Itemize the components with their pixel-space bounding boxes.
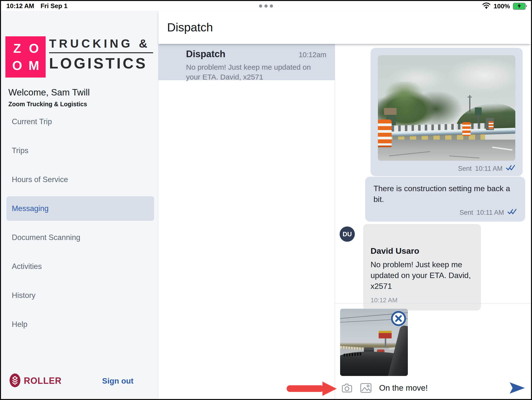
message-status-row: Sent 10:11 AM: [378, 165, 515, 173]
message-input[interactable]: [379, 383, 502, 393]
brand-line-2: LOGISTICS: [49, 55, 153, 72]
conversation-title: Dispatch: [186, 49, 225, 59]
conversation-item-dispatch[interactable]: Dispatch 10:12am No problem! Just keep m…: [158, 44, 335, 80]
status-left: 10:12 AM Fri Sep 1: [6, 2, 67, 10]
battery-charging-icon: [513, 3, 526, 10]
dot-icon: [265, 4, 268, 8]
photo-road: [378, 140, 515, 161]
received-message: DU David Usaro No problem! Just keep me …: [340, 224, 481, 310]
photo-sign: [384, 108, 396, 115]
nav-label: Trips: [12, 146, 28, 155]
nav-label: Help: [12, 320, 27, 329]
sidebar-item-history[interactable]: History: [6, 283, 154, 308]
nav-label: History: [12, 291, 35, 300]
sign-out-link[interactable]: Sign out: [102, 376, 133, 386]
sidebar-item-document-scanning[interactable]: Document Scanning: [6, 225, 154, 250]
welcome-text: Welcome, Sam Twill: [8, 87, 90, 98]
sidebar: Z O O M TRUCKING & LOGISTICS Welcome, Sa…: [1, 11, 158, 399]
message-status-row: Sent 10:11 AM: [373, 209, 517, 217]
logo-letter: Z: [13, 41, 21, 56]
camera-icon[interactable]: [341, 383, 353, 393]
roller-brand: ROLLER: [10, 373, 62, 388]
logo-letter: O: [29, 41, 39, 56]
status-bar: 10:12 AM Fri Sep 1 100%: [1, 1, 531, 11]
charging-bolt-icon: [517, 2, 521, 10]
remove-attachment-button[interactable]: [391, 311, 406, 326]
main-panel: Dispatch Dispatch 10:12am No problem! Ju…: [158, 11, 531, 399]
compose-divider: [335, 303, 531, 304]
nav-label: Hours of Service: [12, 175, 68, 184]
compose-bar: [341, 382, 526, 394]
status-right: 100%: [482, 2, 526, 11]
sidebar-item-messaging[interactable]: Messaging: [6, 196, 154, 221]
image-attach-icon[interactable]: [360, 383, 372, 393]
brand-line-1: TRUCKING &: [49, 37, 153, 50]
page-title: Dispatch: [167, 21, 213, 34]
battery-percent: 100%: [494, 2, 510, 10]
preview-billboard-pole: [385, 338, 386, 348]
photo-signpost: [478, 114, 479, 127]
sidebar-item-trips[interactable]: Trips: [6, 138, 154, 163]
nav-label: Document Scanning: [12, 233, 80, 242]
double-check-icon: [506, 165, 515, 173]
sender-name: David Usaro: [371, 246, 474, 256]
sidebar-item-hours-of-service[interactable]: Hours of Service: [6, 167, 154, 192]
sidebar-footer: ROLLER Sign out: [10, 373, 133, 388]
roller-icon: [10, 373, 20, 388]
construction-photo[interactable]: [378, 55, 515, 161]
message-text: No problem! Just keep me updated on your…: [371, 259, 474, 292]
annotation-arrow-head: [322, 382, 337, 396]
double-check-icon: [507, 209, 517, 217]
status-date: Fri Sep 1: [40, 2, 67, 10]
sent-label: Sent: [459, 209, 473, 216]
dot-icon: [270, 4, 273, 8]
status-time: 10:12 AM: [6, 2, 34, 10]
wifi-icon: [482, 2, 491, 11]
message-time: 10:12 AM: [371, 296, 474, 304]
conversation-time: 10:12am: [299, 51, 326, 59]
brand-divider: [49, 52, 153, 53]
dot-icon: [259, 4, 262, 8]
photo-barrel: [378, 120, 392, 147]
sent-label: Sent: [458, 165, 472, 173]
brand-wordmark: TRUCKING & LOGISTICS: [49, 36, 153, 72]
sidebar-item-help[interactable]: Help: [6, 312, 154, 337]
preview-billboard: [379, 331, 391, 338]
bubble-spacer: [371, 231, 474, 246]
app-frame: 10:12 AM Fri Sep 1 100% Z O: [0, 0, 532, 400]
photo-barrel: [462, 122, 471, 136]
zoom-logo-square: Z O O M: [5, 36, 46, 78]
received-bubble: David Usaro No problem! Just keep me upd…: [363, 224, 481, 310]
page-header: Dispatch: [158, 11, 531, 44]
sent-time: 10:11 AM: [475, 165, 503, 173]
annotation-arrow: [287, 385, 324, 392]
message-text: There is construction setting me back a …: [373, 183, 516, 205]
conversation-list: Dispatch 10:12am No problem! Just keep m…: [158, 44, 335, 399]
company-name: Zoom Trucking & Logistics: [8, 101, 87, 108]
roller-label: ROLLER: [24, 376, 62, 386]
multitasking-dots-icon: [259, 4, 273, 8]
avatar: DU: [340, 227, 355, 242]
company-logo: Z O O M TRUCKING & LOGISTICS: [5, 36, 153, 78]
nav-label: Messaging: [12, 204, 49, 213]
nav-label: Current Trip: [12, 117, 52, 126]
conversation-row: Dispatch 10:12am: [186, 49, 326, 59]
logo-letter: M: [28, 58, 39, 73]
nav-label: Activities: [12, 262, 42, 271]
logo-letter: O: [12, 58, 22, 73]
sent-text-message: There is construction setting me back a …: [365, 177, 525, 222]
sidebar-item-current-trip[interactable]: Current Trip: [6, 109, 154, 134]
conversation-preview: No problem! Just keep me updated on your…: [186, 62, 326, 82]
chat-panel: Sent 10:11 AM There is construction sett…: [335, 44, 531, 399]
sidebar-nav: Current Trip Trips Hours of Service Mess…: [1, 109, 158, 341]
sent-time: 10:11 AM: [477, 209, 504, 216]
photo-barrel: [489, 121, 493, 129]
sent-photo-message: Sent 10:11 AM: [371, 48, 523, 176]
sidebar-item-activities[interactable]: Activities: [6, 254, 154, 279]
send-icon[interactable]: [509, 382, 526, 394]
battery-nub: [526, 5, 527, 7]
photo-tree: [499, 108, 515, 125]
